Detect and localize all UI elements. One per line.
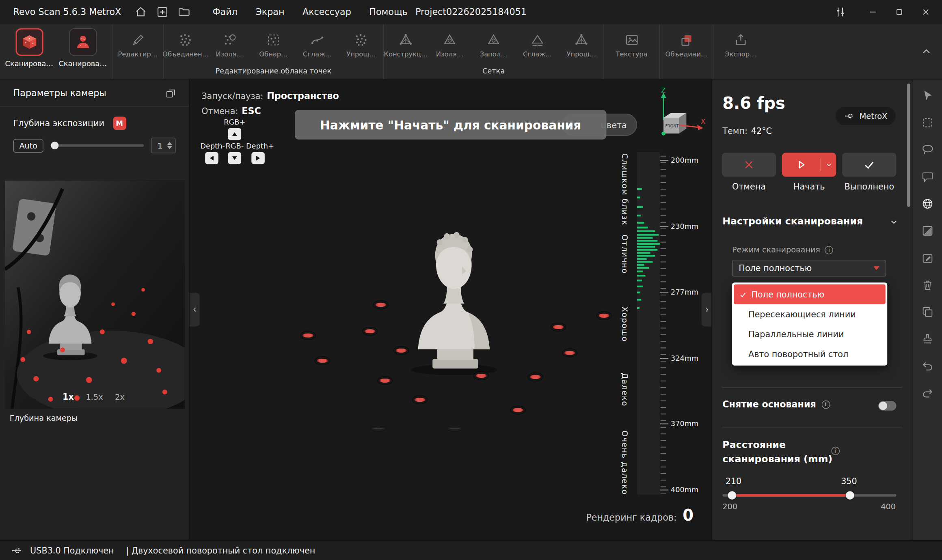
texture-button[interactable]: Текстура [604,32,659,58]
redo-icon[interactable] [920,387,934,400]
mesh-smooth-button[interactable]: Сглаж… [516,32,560,58]
collapse-left-panel-handle[interactable] [190,293,200,326]
open-folder-icon[interactable] [178,5,191,19]
pc-simplify-button[interactable]: Упрощ… [339,32,383,58]
maximize-icon [894,7,904,17]
lasso-icon[interactable] [920,143,934,157]
stamp-icon[interactable] [920,332,934,346]
auto-exposure-button[interactable]: Auto [13,138,43,152]
dropdown-option-parallel-lines[interactable]: Параллельные линии [734,324,885,344]
home-icon[interactable] [134,5,148,19]
arrow-left-icon [210,156,214,161]
undo-icon[interactable] [920,360,934,373]
base-removal-label: Снятие основания [722,399,816,410]
settings-collapse-chevron-icon[interactable] [889,217,899,227]
point-cloud-smooth-icon [310,32,325,47]
exposure-slider-knob[interactable] [51,142,58,149]
zoom-1x[interactable]: 1x [63,392,74,402]
depth-camera-feed [5,180,185,409]
pc-isolate-button[interactable]: Изоля… [207,32,251,58]
mesh-fill-button[interactable]: Запол… [471,32,515,58]
cursor-icon[interactable] [920,89,934,102]
ruler-230mm: 230mm [671,222,699,230]
dropdown-option-crossing-lines[interactable]: Пересекающиеся линии [734,304,885,324]
preview-caption: Глубина камеры [10,414,78,422]
menu-file[interactable]: Файл [212,6,237,17]
panel-scrollbar[interactable] [907,84,910,207]
scan-tab-1[interactable]: Сканирова… [2,24,56,79]
edit-tool-button[interactable]: Редактир… [112,32,163,58]
pc-smooth-button[interactable]: Сглаж… [295,32,339,58]
scan-mode-info-icon[interactable] [825,246,834,254]
scan-tab-label: Сканирова… [58,60,107,68]
arrow-up-icon [232,132,237,136]
range-knob-low[interactable] [728,491,737,500]
play-icon [795,158,808,172]
menu-accessory[interactable]: Аксессуар [302,6,351,17]
zoom-1-5x[interactable]: 1.5x [86,392,103,401]
base-removal-toggle[interactable] [878,401,896,411]
scan-tab-label: Сканирова… [5,60,54,68]
close-button[interactable] [914,2,937,22]
scan-mode-select[interactable]: Поле полностью [732,260,886,276]
rgb-minus-button[interactable] [228,152,241,164]
pc-detect-button[interactable]: Обнар… [251,32,295,58]
exposure-stepper[interactable]: 1 [151,138,175,153]
range-knob-high[interactable] [846,491,854,500]
scanner-bust-icon [73,33,91,51]
sphere-icon[interactable] [920,197,934,211]
mesh-construct-icon [398,32,413,47]
exposure-slider[interactable] [51,144,144,147]
base-removal-info-icon[interactable] [821,401,830,409]
settings-sliders-icon[interactable] [834,5,847,19]
maximize-button[interactable] [888,2,911,22]
float-window-icon[interactable] [165,87,177,99]
cancel-scan-button[interactable] [722,153,776,177]
viewport-3d[interactable]: Запуск/пауза:Пространство Отмена:ESC RGB… [190,80,712,540]
menu-screen[interactable]: Экран [255,6,284,17]
mesh-simplify-button[interactable]: Упрощ… [560,32,603,58]
image-mask-icon[interactable] [920,224,934,238]
mesh-isolate-icon [442,32,457,47]
depth-minus-button[interactable] [205,152,218,164]
scan-marker [597,312,611,319]
done-button[interactable] [842,153,896,177]
stepper-down-icon[interactable] [167,146,172,149]
start-options-dropdown[interactable] [821,153,836,177]
merge-projects-button[interactable]: Объедини… [660,32,713,58]
scan-distance-range-slider[interactable] [722,494,896,497]
preview-zoom-controls: 1x 1.5x 2x [63,392,125,402]
exposure-mode-badge[interactable]: M [113,116,126,130]
scan-distance-info-icon[interactable] [831,447,840,455]
scan-tab-2[interactable]: Сканирова… [56,24,110,79]
stepper-up-icon[interactable] [167,142,172,145]
collapse-right-panel-handle[interactable] [701,293,711,326]
start-scan-button[interactable] [782,153,836,177]
axis-gizmo[interactable]: Z FRONT X [651,86,706,145]
mesh-isolate-button[interactable]: Изоля… [428,32,471,58]
new-project-icon[interactable] [156,5,169,19]
range-min-label: 200 [722,502,737,511]
dropdown-option-auto-turntable[interactable]: Авто поворотный стол [734,344,885,364]
depth-plus-button[interactable] [251,152,265,164]
check-icon [739,290,747,299]
edit-region-icon[interactable] [920,251,934,265]
mesh-construct-button[interactable]: Конструкц… [384,32,428,58]
pc-merge-button[interactable]: Объединен… [164,32,207,58]
rgb-plus-label: RGB+ [223,118,246,126]
toolbar-collapse-chevron-up-icon[interactable] [920,45,933,58]
zoom-2x[interactable]: 2x [115,392,125,401]
scan-marker [315,357,330,364]
comment-icon[interactable] [920,170,934,183]
marquee-icon[interactable] [920,116,934,129]
trash-icon[interactable] [920,278,934,292]
scanner-cube-icon [20,33,38,51]
copy-icon[interactable] [920,306,934,319]
arrow-right-icon [256,156,260,161]
rgb-plus-button[interactable] [228,128,241,140]
dropdown-option-full-field[interactable]: Поле полностью [734,284,885,304]
export-button[interactable]: Экспор… [713,32,767,58]
minimize-button[interactable] [862,2,884,22]
depth-plus-label: Depth+ [246,142,270,151]
menu-help[interactable]: Помощь [369,6,408,17]
